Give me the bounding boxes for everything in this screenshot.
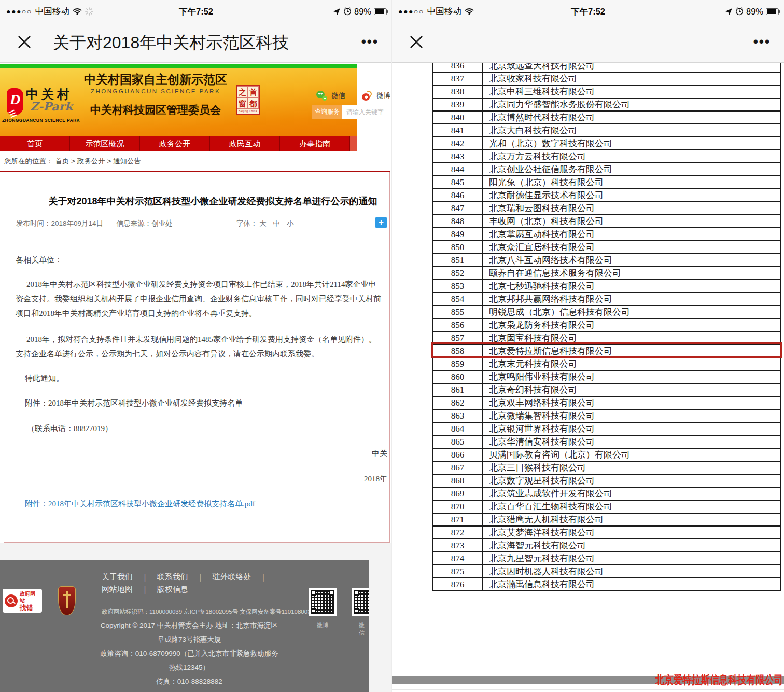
row-number-cell: 849 [433, 228, 482, 241]
capital-window-seal-icon[interactable]: 之 首 窗 都 Beijing China [236, 85, 260, 115]
company-name-cell: 北京牧家科技有限公司 [482, 72, 780, 85]
font-label: 字体： [236, 219, 258, 227]
font-size-small[interactable]: 小 [287, 219, 294, 227]
site-footer: 关于我们｜联系我们｜驻外联络处｜ 网站地图｜版权信息 政府网站 找错 政府网站标… [0, 560, 369, 692]
row-number-cell: 855 [433, 306, 482, 319]
row-number-cell: 844 [433, 163, 482, 176]
title-fade [298, 23, 344, 62]
table-row: 863北京微瑞集智科技有限公司 [433, 409, 780, 422]
company-name-cell: 北京万方云科技有限公司 [482, 150, 780, 163]
nav-item[interactable]: 政民互动 [210, 136, 280, 151]
weibo-label[interactable]: 微博 [376, 91, 390, 101]
company-name-cell: 北京博然时代科技有限公司 [482, 111, 780, 124]
seal-char: 窗 [237, 98, 248, 109]
status-bar: ●●●○○ 中国移动 下午7:52 [0, 0, 392, 23]
body-line: 项目和2018年中关村高精尖产业培育项目支持的企业将不再重复支持。 [16, 309, 257, 319]
location-arrow-icon [725, 8, 733, 16]
org-title-en: ZHONGGUANCUN SCIENCE PARK [78, 88, 233, 94]
footer-link[interactable]: 联系我们 [157, 572, 188, 582]
company-name-cell: 北京鸣阳伟业科技有限公司 [482, 370, 780, 383]
gov-site-error-report-badge[interactable]: 政府网站 找错 [3, 589, 42, 613]
company-name-cell: 阳光兔（北京）科技有限公司 [482, 176, 780, 189]
search-service-button[interactable]: 查询服务 [312, 105, 342, 119]
footer-link[interactable]: 版权信息 [157, 585, 188, 594]
share-button[interactable]: + [375, 217, 387, 228]
body-line: 2018年，拟对符合支持条件且并未发现信用问题的1485家企业给予研发费用支持资… [26, 335, 376, 344]
breadcrumb[interactable]: 您所在的位置： 首页 > 政务公开 > 通知公告 [0, 151, 392, 171]
table-row: 870北京百华百汇生物科技有限公司 [433, 500, 780, 513]
company-name-cell: 光和（北京）数字科技有限公司 [482, 137, 780, 150]
wechat-qr-code [352, 588, 369, 616]
attachment-line: 附件：2018年中关村示范区科技型小微企业研发经费拟支持名单 [25, 398, 243, 408]
site-header: D 中关村 Z-Park ZHONGGUANCUN SCIENCE PARK 中… [0, 66, 357, 136]
search-input[interactable] [342, 105, 390, 119]
row-number-cell: 874 [433, 552, 482, 565]
wechat-label[interactable]: 微信 [331, 91, 345, 101]
table-row: 872北京艾梦海洋科技有限公司 [433, 526, 780, 539]
article-title: 关于对2018年中关村示范区科技型小微企业研发经费拟支持名单进行公示的通知 [35, 195, 390, 207]
row-number-cell: 875 [433, 565, 482, 578]
table-row: 839北京同力华盛智能水务股份有限公司 [433, 98, 780, 111]
company-name-cell: 北京微瑞集智科技有限公司 [482, 409, 780, 422]
font-size-selector: 字体： 大 中 小 [236, 219, 298, 228]
font-size-large[interactable]: 大 [259, 219, 267, 227]
close-icon[interactable] [408, 33, 425, 51]
company-name-cell: 北京艾梦海洋科技有限公司 [482, 526, 780, 539]
footer-link[interactable]: 关于我们 [102, 572, 133, 582]
close-icon[interactable] [16, 33, 33, 51]
footer-links-row1: 关于我们｜联系我们｜驻外联络处｜ [102, 572, 267, 582]
table-row: 847北京瑞和云图科技有限公司 [433, 202, 780, 215]
company-name-cell: 北京猎鹰无人机科技有限公司 [482, 513, 780, 526]
table-row: 838北京中科三维科技有限公司 [433, 85, 780, 98]
table-row: 862北京双丰网络科技有限公司 [433, 396, 780, 409]
zpark-logo-icon[interactable]: D [7, 88, 23, 115]
font-size-medium[interactable]: 中 [273, 219, 281, 227]
company-name-cell: 北京三目猴科技有限公司 [482, 461, 780, 474]
row-number-cell: 868 [433, 474, 482, 487]
qr-label-weibo: 微博 [317, 621, 328, 629]
status-bar: ●●●○○ 中国移动 下午7:52 89% [392, 0, 784, 23]
table-row: 861北京奇幻科技有限公司 [433, 383, 780, 396]
row-number-cell: 846 [433, 189, 482, 202]
company-name-cell: 贝满国际教育咨询（北京）有限公司 [482, 448, 780, 461]
company-name-cell: 北京大白科技有限公司 [482, 124, 780, 137]
row-number-cell: 845 [433, 176, 482, 189]
footer-link[interactable]: 驻外联络处 [212, 572, 251, 582]
body-line: 资金支持。我委组织相关机构开展了申报企业信用查询、企业财务信息审核工作，同时对已… [16, 294, 381, 304]
nav-next-item-stub[interactable] [350, 136, 357, 151]
nav-item[interactable]: 政务公开 [140, 136, 210, 151]
search-row: 查询服务 [312, 105, 390, 119]
table-row: 869北京筑业志成软件开发有限公司 [433, 487, 780, 500]
row-number-cell: 847 [433, 202, 482, 215]
more-menu-icon[interactable]: ••• [753, 23, 771, 62]
left-screenshot-panel: ●●●○○ 中国移动 下午7:52 [0, 0, 392, 692]
company-name-cell: 北京耐德佳显示技术有限公司 [482, 189, 780, 202]
location-arrow-icon [333, 8, 341, 16]
badge-text: 找错 [20, 604, 40, 612]
company-name-cell: 北京创业公社征信服务有限公司 [482, 163, 780, 176]
attachment-pdf-link[interactable]: 附件：2018年中关村示范区科技型小微企业研发经费拟支持名单.pdf [25, 499, 255, 509]
company-name-cell: 北京华清信安科技有限公司 [482, 435, 780, 448]
info-source: 信息来源：创业处 [117, 219, 173, 227]
wechat-icon[interactable] [316, 91, 327, 101]
row-number-cell: 862 [433, 396, 482, 409]
gov-shield-badge-icon[interactable] [58, 586, 76, 615]
more-menu-icon[interactable]: ••• [361, 23, 379, 62]
table-row: 842光和（北京）数字科技有限公司 [433, 137, 780, 150]
nav-item[interactable]: 首页 [0, 136, 70, 151]
table-row: 876北京瀚禹信息科技有限公司 [433, 578, 780, 591]
nav-item[interactable]: 办事指南 [280, 136, 350, 151]
social-links: 微信 微博 [316, 91, 390, 101]
badge-text: 政府网站 [20, 590, 40, 604]
company-name-cell: 颐养自在通信息技术服务有限公司 [482, 267, 780, 280]
weibo-icon[interactable] [362, 91, 372, 101]
article-box: 关于对2018年中关村示范区科技型小微企业研发经费拟支持名单进行公示的通知 发布… [4, 172, 390, 543]
footer-link[interactable]: 网站地图 [102, 585, 133, 594]
row-number-cell: 870 [433, 500, 482, 513]
company-name-cell: 北京奇幻科技有限公司 [482, 383, 780, 396]
nav-item[interactable]: 示范区概况 [70, 136, 140, 151]
company-name-cell: 北京枭龙防务科技有限公司 [482, 319, 780, 331]
company-name-cell: 北京掌愿互动科技有限公司 [482, 228, 780, 241]
company-name-cell: 北京瀚禹信息科技有限公司 [482, 578, 780, 591]
table-row: 853北京七秒迅驰科技有限公司 [433, 280, 780, 293]
